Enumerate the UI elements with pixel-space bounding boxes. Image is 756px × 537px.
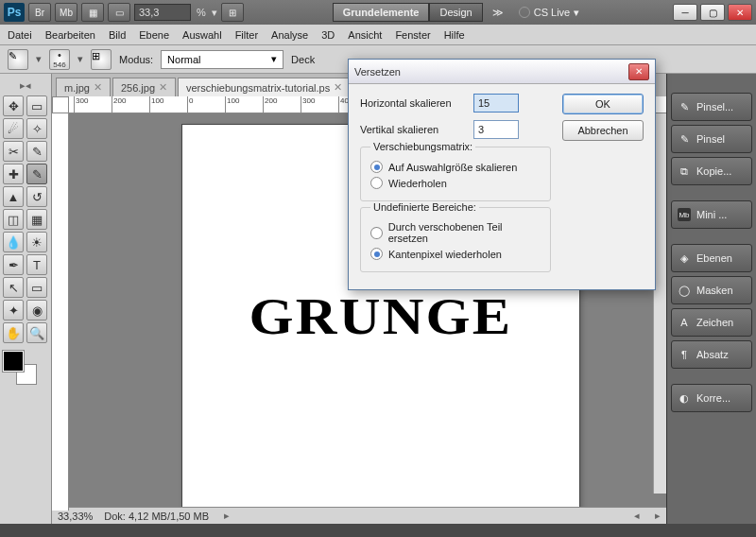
dialog-title: Versetzen [354, 66, 401, 78]
path-tool[interactable]: ↖ [3, 277, 24, 298]
scroll-right-icon[interactable]: ▸ [655, 510, 661, 522]
stamp-tool[interactable]: ▲ [3, 186, 24, 207]
marquee-tool[interactable]: ▭ [26, 95, 47, 116]
zoom-dropdown-icon[interactable]: ▾ [212, 7, 217, 19]
brush-preset-icon[interactable]: •546 [49, 49, 70, 70]
dodge-tool[interactable]: ☀ [26, 232, 47, 252]
close-icon[interactable]: ✕ [159, 81, 167, 94]
type-tool[interactable]: T [26, 254, 47, 275]
close-icon[interactable]: ✕ [334, 81, 342, 94]
brush-panel-icon[interactable]: ⊞ [91, 49, 112, 70]
vscale-input[interactable] [473, 120, 519, 139]
history-brush-tool[interactable]: ↺ [26, 186, 47, 207]
3d-tool[interactable]: ✦ [3, 300, 24, 320]
menu-3d[interactable]: 3D [321, 29, 335, 41]
3d-camera-tool[interactable]: ◉ [26, 300, 47, 320]
layers-icon: ◈ [678, 251, 691, 265]
close-button[interactable]: ✕ [728, 4, 752, 21]
view-extras-button[interactable]: ▦ [81, 3, 104, 22]
fieldset-displacement-map: Verschiebungsmatrix: Auf Auswahlgröße sk… [360, 147, 551, 201]
ruler-vertical[interactable] [52, 113, 69, 511]
color-swatches[interactable] [3, 351, 41, 385]
bridge-button[interactable]: Br [28, 3, 51, 22]
menu-bearbeiten[interactable]: Bearbeiten [45, 29, 95, 41]
status-caret-icon[interactable]: ▸ [224, 510, 230, 522]
panel-minibridge[interactable]: MbMini ... [671, 200, 752, 229]
status-bar: 33,33% Dok: 4,12 MB/1,50 MB ▸ ◂ ▸ [52, 507, 666, 524]
panel-adjustments[interactable]: ◐Korre... [671, 384, 752, 412]
chevron-down-icon[interactable]: ▾ [77, 53, 83, 65]
pen-tool[interactable]: ✒ [3, 254, 24, 275]
heal-tool[interactable]: ✚ [3, 164, 24, 184]
ok-button[interactable]: OK [562, 94, 644, 114]
radio-wrap[interactable]: Durch verschobenen Teil ersetzen [370, 221, 541, 244]
panel-layers[interactable]: ◈Ebenen [671, 244, 752, 272]
blend-mode-select[interactable]: Normal▾ [161, 50, 284, 69]
zoom-tool[interactable]: 🔍 [26, 322, 47, 343]
document-tab[interactable]: verschiebungsmatrix-tutorial.ps✕ [178, 78, 351, 96]
vscale-label: Vertikal skalieren [360, 124, 473, 135]
document-tab[interactable]: m.jpg✕ [56, 78, 111, 96]
menu-datei[interactable]: Datei [8, 29, 32, 41]
menu-fenster[interactable]: Fenster [395, 29, 430, 41]
workspace-tab-essentials[interactable]: Grundelemente [333, 3, 430, 22]
blur-tool[interactable]: 💧 [3, 232, 24, 252]
document-tab[interactable]: 256.jpg✕ [112, 78, 176, 96]
menu-auswahl[interactable]: Auswahl [182, 29, 222, 41]
crop-tool[interactable]: ✂ [3, 141, 24, 162]
gradient-tool[interactable]: ▦ [26, 209, 47, 230]
move-tool[interactable]: ✥ [3, 95, 24, 116]
clone-icon: ⧉ [678, 165, 691, 178]
chevron-down-icon[interactable]: ▾ [36, 53, 42, 65]
status-docinfo[interactable]: Dok: 4,12 MB/1,50 MB [104, 511, 209, 522]
fieldset-legend: Undefinierte Bereiche: [370, 201, 479, 213]
workspace-tab-design[interactable]: Design [429, 3, 482, 22]
panel-masks[interactable]: ◯Masken [671, 276, 752, 304]
menu-ebene[interactable]: Ebene [139, 29, 169, 41]
panel-character[interactable]: AZeichen [671, 308, 752, 337]
cslive-icon [519, 7, 530, 18]
maximize-button[interactable]: ▢ [700, 4, 725, 21]
cslive-button[interactable]: CS Live ▾ [519, 7, 580, 19]
workspace-more-icon[interactable]: ≫ [492, 7, 504, 19]
radio-tile[interactable]: Wiederholen [370, 177, 541, 189]
eraser-tool[interactable]: ◫ [3, 209, 24, 230]
screen-mode-button[interactable]: ▭ [108, 3, 130, 22]
menu-hilfe[interactable]: Hilfe [444, 29, 465, 41]
cancel-button[interactable]: Abbrechen [562, 120, 644, 141]
panel-grip-icon[interactable]: ▸◂ [3, 79, 48, 92]
dialog-titlebar[interactable]: Versetzen ✕ [349, 60, 655, 84]
close-icon[interactable]: ✕ [94, 81, 102, 94]
status-zoom[interactable]: 33,33% [58, 511, 93, 522]
panel-paragraph[interactable]: ¶Absatz [671, 340, 752, 369]
arrange-button[interactable]: ⊞ [221, 3, 244, 22]
masks-icon: ◯ [678, 284, 691, 297]
minimize-button[interactable]: ─ [673, 4, 697, 21]
wand-tool[interactable]: ✧ [26, 118, 47, 139]
radio-stretch[interactable]: Auf Auswahlgröße skalieren [370, 161, 541, 173]
hscale-input[interactable] [473, 94, 519, 113]
radio-repeat-edge[interactable]: Kantenpixel wiederholen [370, 248, 541, 260]
app-logo: Ps [4, 3, 25, 22]
panel-brush-presets[interactable]: ✎Pinsel... [671, 93, 752, 121]
foreground-swatch[interactable] [3, 351, 24, 372]
ruler-origin[interactable] [52, 96, 69, 113]
menu-bild[interactable]: Bild [109, 29, 126, 41]
minibridge-button[interactable]: Mb [55, 3, 77, 22]
scroll-left-icon[interactable]: ◂ [634, 510, 640, 522]
menu-analyse[interactable]: Analyse [271, 29, 308, 41]
panel-brush[interactable]: ✎Pinsel [671, 125, 752, 153]
tool-preset-icon[interactable]: ✎ [8, 49, 28, 70]
chevron-down-icon: ▾ [574, 7, 579, 19]
panel-clone[interactable]: ⧉Kopie... [671, 157, 752, 185]
dialog-close-button[interactable]: ✕ [628, 63, 649, 80]
menu-filter[interactable]: Filter [235, 29, 258, 41]
eyedropper-tool[interactable]: ✎ [26, 141, 47, 162]
canvas-text-layer: GRUNGE [159, 287, 603, 346]
menu-ansicht[interactable]: Ansicht [348, 29, 382, 41]
hand-tool[interactable]: ✋ [3, 322, 24, 343]
lasso-tool[interactable]: ☄ [3, 118, 24, 139]
brush-tool[interactable]: ✎ [26, 164, 47, 184]
zoom-input[interactable]: 33,3 [134, 4, 191, 21]
shape-tool[interactable]: ▭ [26, 277, 47, 298]
